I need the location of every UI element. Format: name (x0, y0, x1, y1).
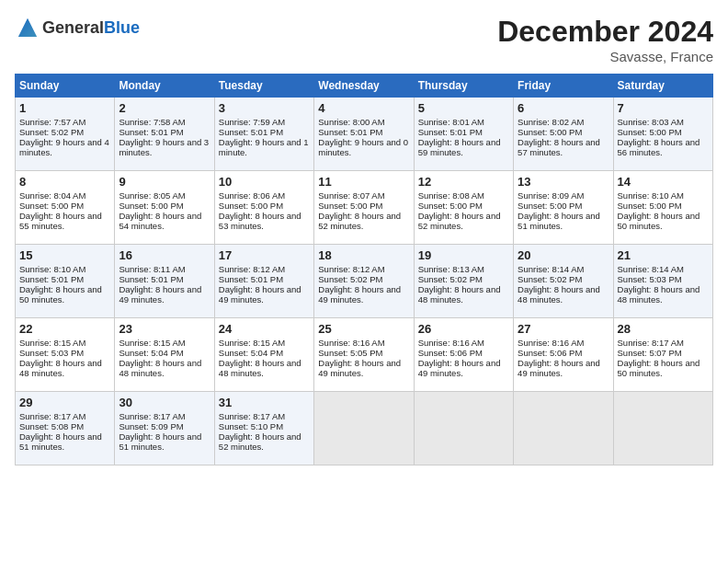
calendar-cell: 18 Sunrise: 8:12 AM Sunset: 5:02 PM Dayl… (314, 245, 414, 318)
daylight: Daylight: 8 hours and 52 minutes. (318, 211, 401, 231)
daylight: Daylight: 8 hours and 48 minutes. (618, 284, 700, 304)
day-number: 10 (219, 175, 310, 189)
sunset: Sunset: 5:04 PM (119, 348, 183, 358)
calendar-cell: 17 Sunrise: 8:12 AM Sunset: 5:01 PM Dayl… (214, 245, 313, 318)
calendar-cell: 28 Sunrise: 8:17 AM Sunset: 5:07 PM Dayl… (613, 318, 712, 392)
sunset: Sunset: 5:04 PM (219, 348, 283, 358)
calendar-cell: 2 Sunrise: 7:58 AM Sunset: 5:01 PM Dayli… (115, 98, 214, 171)
sunrise: Sunrise: 8:01 AM (418, 117, 484, 127)
daylight: Daylight: 8 hours and 49 minutes. (418, 358, 501, 378)
sunrise: Sunrise: 8:17 AM (618, 338, 684, 348)
sunrise: Sunrise: 8:16 AM (418, 338, 484, 348)
calendar-cell: 14 Sunrise: 8:10 AM Sunset: 5:00 PM Dayl… (613, 171, 712, 245)
sunrise: Sunrise: 8:14 AM (518, 264, 584, 274)
day-number: 23 (119, 322, 210, 336)
calendar-cell: 13 Sunrise: 8:09 AM Sunset: 5:00 PM Dayl… (514, 171, 613, 245)
sunset: Sunset: 5:10 PM (219, 421, 283, 431)
sunrise: Sunrise: 8:12 AM (318, 264, 384, 274)
calendar-cell: 30 Sunrise: 8:17 AM Sunset: 5:09 PM Dayl… (115, 392, 214, 465)
sunset: Sunset: 5:05 PM (318, 348, 382, 358)
sunset: Sunset: 5:02 PM (418, 274, 483, 284)
calendar-cell: 22 Sunrise: 8:15 AM Sunset: 5:03 PM Dayl… (16, 318, 115, 392)
sunset: Sunset: 5:01 PM (418, 127, 483, 137)
daylight: Daylight: 8 hours and 54 minutes. (119, 211, 201, 231)
calendar-cell: 23 Sunrise: 8:15 AM Sunset: 5:04 PM Dayl… (115, 318, 214, 392)
sunset: Sunset: 5:01 PM (318, 127, 382, 137)
sunrise: Sunrise: 8:08 AM (418, 190, 484, 201)
sunrise: Sunrise: 7:57 AM (19, 117, 85, 127)
month-title: December 2024 (497, 15, 713, 49)
calendar-cell: 5 Sunrise: 8:01 AM Sunset: 5:01 PM Dayli… (414, 98, 513, 171)
sunset: Sunset: 5:00 PM (119, 201, 183, 211)
day-number: 30 (119, 396, 210, 409)
sunrise: Sunrise: 8:15 AM (119, 338, 185, 348)
sunset: Sunset: 5:01 PM (119, 127, 183, 137)
daylight: Daylight: 8 hours and 55 minutes. (19, 211, 102, 231)
sunrise: Sunrise: 7:58 AM (119, 117, 185, 127)
daylight: Daylight: 8 hours and 48 minutes. (418, 284, 501, 304)
calendar-cell (414, 392, 513, 465)
daylight: Daylight: 9 hours and 3 minutes. (119, 137, 209, 157)
day-number: 6 (518, 101, 609, 115)
daylight: Daylight: 8 hours and 49 minutes. (318, 284, 401, 304)
day-number: 11 (318, 175, 409, 189)
daylight: Daylight: 8 hours and 49 minutes. (518, 358, 600, 378)
daylight: Daylight: 8 hours and 48 minutes. (119, 358, 201, 378)
sunset: Sunset: 5:02 PM (318, 274, 382, 284)
sunrise: Sunrise: 8:05 AM (119, 190, 185, 201)
calendar-cell (613, 392, 712, 465)
calendar-cell: 25 Sunrise: 8:16 AM Sunset: 5:05 PM Dayl… (314, 318, 414, 392)
day-number: 9 (119, 175, 210, 189)
calendar-cell: 20 Sunrise: 8:14 AM Sunset: 5:02 PM Dayl… (514, 245, 613, 318)
day-number: 7 (618, 101, 709, 115)
col-friday: Friday (514, 75, 613, 98)
daylight: Daylight: 8 hours and 49 minutes. (219, 284, 301, 304)
sunset: Sunset: 5:00 PM (19, 201, 84, 211)
sunrise: Sunrise: 8:17 AM (219, 411, 285, 421)
sunset: Sunset: 5:00 PM (618, 201, 682, 211)
calendar-cell: 1 Sunrise: 7:57 AM Sunset: 5:02 PM Dayli… (16, 98, 115, 171)
sunset: Sunset: 5:06 PM (418, 348, 483, 358)
day-number: 4 (318, 101, 409, 115)
daylight: Daylight: 9 hours and 0 minutes. (318, 137, 408, 157)
daylight: Daylight: 9 hours and 1 minute. (219, 137, 309, 157)
daylight: Daylight: 8 hours and 52 minutes. (219, 431, 301, 452)
day-number: 24 (219, 322, 310, 336)
day-number: 15 (19, 248, 110, 262)
day-number: 13 (518, 175, 609, 189)
sunset: Sunset: 5:00 PM (618, 127, 682, 137)
daylight: Daylight: 8 hours and 56 minutes. (618, 137, 700, 157)
day-number: 22 (19, 322, 110, 336)
calendar-week-5: 29 Sunrise: 8:17 AM Sunset: 5:08 PM Dayl… (16, 392, 713, 465)
sunset: Sunset: 5:03 PM (19, 348, 84, 358)
header: GeneralBlue December 2024 Savasse, Franc… (15, 15, 713, 64)
svg-marker-1 (18, 18, 37, 37)
sunrise: Sunrise: 8:16 AM (518, 338, 584, 348)
calendar-cell: 19 Sunrise: 8:13 AM Sunset: 5:02 PM Dayl… (414, 245, 513, 318)
calendar-week-3: 15 Sunrise: 8:10 AM Sunset: 5:01 PM Dayl… (16, 245, 713, 318)
day-number: 17 (219, 248, 310, 262)
col-sunday: Sunday (16, 75, 115, 98)
day-number: 28 (618, 322, 709, 336)
daylight: Daylight: 8 hours and 49 minutes. (119, 284, 201, 304)
day-number: 3 (219, 101, 310, 115)
logo: GeneralBlue (15, 15, 140, 40)
calendar-cell: 27 Sunrise: 8:16 AM Sunset: 5:06 PM Dayl… (514, 318, 613, 392)
day-number: 29 (19, 396, 110, 409)
daylight: Daylight: 8 hours and 50 minutes. (618, 358, 700, 378)
day-number: 19 (418, 248, 509, 262)
sunrise: Sunrise: 8:07 AM (318, 190, 384, 201)
day-number: 16 (119, 248, 210, 262)
calendar-cell: 15 Sunrise: 8:10 AM Sunset: 5:01 PM Dayl… (16, 245, 115, 318)
sunrise: Sunrise: 7:59 AM (219, 117, 285, 127)
daylight: Daylight: 8 hours and 51 minutes. (19, 431, 102, 452)
sunrise: Sunrise: 8:15 AM (219, 338, 285, 348)
calendar-cell: 21 Sunrise: 8:14 AM Sunset: 5:03 PM Dayl… (613, 245, 712, 318)
sunrise: Sunrise: 8:17 AM (119, 411, 185, 421)
day-number: 8 (19, 175, 110, 189)
title-block: December 2024 Savasse, France (497, 15, 713, 64)
logo-general: General (42, 18, 104, 37)
calendar-week-2: 8 Sunrise: 8:04 AM Sunset: 5:00 PM Dayli… (16, 171, 713, 245)
page-container: GeneralBlue December 2024 Savasse, Franc… (0, 0, 728, 475)
header-row: Sunday Monday Tuesday Wednesday Thursday… (16, 75, 713, 98)
